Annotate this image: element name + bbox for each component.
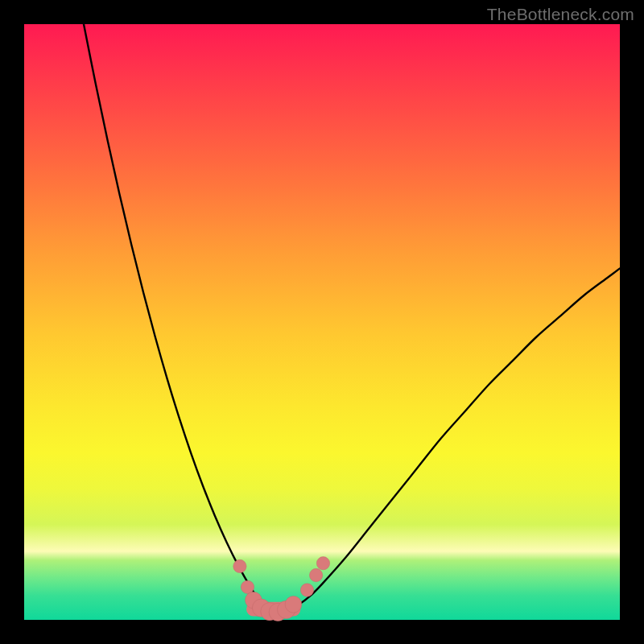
curve-marker (309, 568, 322, 581)
curve-marker (241, 580, 254, 593)
chart-plot-area (24, 24, 620, 620)
curve-marker (233, 559, 246, 572)
curve-marker (285, 596, 302, 613)
watermark-text: TheBottleneck.com (487, 5, 634, 24)
curve-marker (316, 557, 329, 570)
curve-left-branch (84, 24, 268, 611)
curve-marker (300, 584, 313, 597)
chart-frame: TheBottleneck.com (0, 0, 644, 644)
chart-svg (24, 24, 620, 620)
curve-right-branch (287, 268, 620, 611)
